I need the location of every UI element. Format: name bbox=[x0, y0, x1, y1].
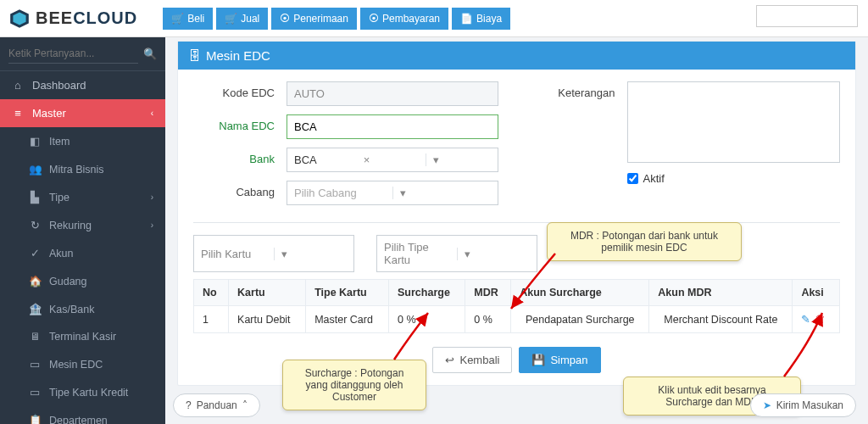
label-keterangan: Keterangan bbox=[534, 81, 627, 99]
search-icon: 🔍 bbox=[143, 47, 157, 60]
simpan-button[interactable]: 💾Simpan bbox=[519, 347, 600, 373]
main-content: 🗄 Mesin EDC Kode EDC Nama EDC bbox=[165, 37, 868, 424]
refresh-icon: ↻ bbox=[29, 219, 41, 232]
th-surcharge: Surcharge bbox=[389, 280, 465, 306]
sidebar-search: 🔍 bbox=[0, 37, 165, 71]
logo: BEECLOUD bbox=[8, 8, 137, 30]
chevron-down-icon[interactable]: ▾ bbox=[274, 248, 354, 260]
cart-icon: 🛒 bbox=[225, 13, 237, 25]
th-kartu: Kartu bbox=[229, 280, 306, 306]
select-pilih-tipe-kartu[interactable]: Pilih Tipe Kartu▾ bbox=[376, 235, 537, 272]
panel-mesin-edc: 🗄 Mesin EDC Kode EDC Nama EDC bbox=[177, 41, 856, 386]
sitemap-icon: ▙ bbox=[29, 191, 41, 204]
table-row: 1 Kartu Debit Master Card 0 % 0 % Pendap… bbox=[194, 306, 840, 333]
clear-icon[interactable]: × bbox=[359, 153, 426, 166]
label-bank: Bank bbox=[193, 148, 287, 165]
kembali-button[interactable]: ↩Kembali bbox=[432, 347, 512, 373]
sidebar-item-tipekk[interactable]: ▭Tipe Kartu Kredit bbox=[0, 378, 165, 406]
select-bank[interactable]: BCA×▾ bbox=[287, 148, 498, 172]
bank-icon: 🏦 bbox=[29, 303, 41, 315]
input-nama-edc[interactable] bbox=[287, 114, 498, 139]
select-pilih-kartu[interactable]: Pilih Kartu▾ bbox=[193, 235, 354, 272]
monitor-icon: 🖥 bbox=[29, 331, 41, 343]
nav-biaya[interactable]: 📄Biaya bbox=[452, 8, 510, 30]
calculator-icon: 🗄 bbox=[188, 48, 201, 63]
sidebar-item-item[interactable]: ◧Item bbox=[0, 127, 165, 155]
th-mdr: MDR bbox=[465, 280, 511, 306]
cart-icon: 🛒 bbox=[171, 13, 184, 25]
global-search-input[interactable] bbox=[756, 5, 858, 27]
nav-beli[interactable]: 🛒Beli bbox=[163, 8, 213, 30]
chevron-down-icon[interactable]: ▾ bbox=[392, 187, 498, 199]
th-tipe: Tipe Kartu bbox=[306, 280, 389, 306]
delete-icon[interactable]: 🗑 bbox=[815, 313, 826, 326]
filter-row: Pilih Kartu▾ Pilih Tipe Kartu▾ bbox=[193, 235, 840, 272]
sidebar-item-tipe[interactable]: ▙Tipe› bbox=[0, 183, 165, 211]
panel-title: Mesin EDC bbox=[206, 48, 270, 63]
back-icon: ↩ bbox=[445, 354, 454, 366]
th-no: No bbox=[194, 280, 229, 306]
topbar: BEECLOUD 🛒Beli 🛒Jual ⦿Penerimaan ⦿Pembay… bbox=[0, 0, 868, 37]
logo-text-a: BEE bbox=[36, 8, 73, 28]
nav-penerimaan[interactable]: ⦿Penerimaan bbox=[271, 8, 357, 30]
th-aksi: Aksi bbox=[793, 280, 840, 306]
sidebar-item-mitra[interactable]: 👥Mitra Bisnis bbox=[0, 155, 165, 183]
card-icon: ▭ bbox=[29, 358, 41, 371]
cube-icon: ◧ bbox=[29, 135, 41, 148]
th-akun-s: Akun Surcharge bbox=[511, 280, 649, 306]
sidebar-item-mesinedc[interactable]: ▭Mesin EDC bbox=[0, 350, 165, 378]
checkbox-aktif[interactable] bbox=[627, 173, 638, 184]
sidebar-item-terminal[interactable]: 🖥Terminal Kasir bbox=[0, 323, 165, 350]
table-kartu: No Kartu Tipe Kartu Surcharge MDR Akun S… bbox=[193, 279, 840, 333]
th-akun-m: Akun MDR bbox=[649, 280, 793, 306]
nav-pembayaran[interactable]: ⦿Pembayaran bbox=[360, 8, 448, 30]
textarea-keterangan[interactable] bbox=[627, 81, 841, 163]
sidebar-item-master[interactable]: ≡Master‹ bbox=[0, 99, 165, 127]
save-icon: 💾 bbox=[531, 354, 545, 366]
help-icon: ? bbox=[186, 399, 192, 411]
input-kode-edc[interactable] bbox=[287, 81, 498, 106]
users-icon: 👥 bbox=[29, 163, 41, 176]
chevron-up-icon: ˄ bbox=[242, 399, 248, 411]
sidebar-item-rekuring[interactable]: ↻Rekuring› bbox=[0, 211, 165, 239]
warehouse-icon: 🏠 bbox=[29, 275, 41, 287]
chevron-right-icon: › bbox=[151, 192, 153, 202]
chevron-right-icon: › bbox=[151, 220, 153, 230]
database-icon: ≡ bbox=[12, 107, 24, 120]
cash-out-icon: ⦿ bbox=[369, 13, 379, 25]
sidebar-search-input[interactable] bbox=[8, 44, 138, 64]
send-icon: ➤ bbox=[763, 399, 771, 411]
edit-icon[interactable]: ✎ bbox=[801, 313, 810, 326]
sidebar-item-kasbank[interactable]: 🏦Kas/Bank bbox=[0, 295, 165, 323]
logo-icon bbox=[8, 8, 31, 30]
logo-text-b: CLOUD bbox=[73, 8, 137, 28]
cash-in-icon: ⦿ bbox=[280, 13, 290, 25]
label-kode: Kode EDC bbox=[193, 81, 287, 99]
chevron-left-icon: ‹ bbox=[151, 109, 153, 118]
check-icon: ✓ bbox=[29, 247, 41, 259]
kirim-masukan-button[interactable]: ➤Kirim Masukan bbox=[750, 393, 856, 417]
chevron-down-icon[interactable]: ▾ bbox=[457, 248, 537, 260]
panduan-button[interactable]: ?Panduan˄ bbox=[173, 393, 260, 417]
label-nama: Nama EDC bbox=[193, 114, 287, 132]
panel-header: 🗄 Mesin EDC bbox=[178, 42, 855, 70]
sidebar-item-akun[interactable]: ✓Akun bbox=[0, 239, 165, 267]
sidebar-item-gudang[interactable]: 🏠Gudang bbox=[0, 267, 165, 295]
home-icon: ⌂ bbox=[12, 79, 24, 92]
nav-jual[interactable]: 🛒Jual bbox=[216, 8, 268, 30]
sidebar-item-departemen[interactable]: 📋Departemen bbox=[0, 406, 165, 424]
callout-surcharge: Surcharge : Potongan yang ditanggung ole… bbox=[282, 360, 426, 410]
sidebar: 🔍 ⌂Dashboard ≡Master‹ ◧Item 👥Mitra Bisni… bbox=[0, 37, 165, 424]
label-aktif: Aktif bbox=[643, 172, 665, 185]
select-cabang[interactable]: Pilih Cabang▾ bbox=[287, 181, 498, 205]
chevron-down-icon[interactable]: ▾ bbox=[426, 153, 498, 166]
clipboard-icon: 📋 bbox=[29, 414, 41, 424]
label-cabang: Cabang bbox=[193, 181, 287, 198]
credit-card-icon: ▭ bbox=[29, 386, 41, 399]
callout-mdr: MDR : Potongan dari bank untuk pemilik m… bbox=[547, 222, 742, 261]
divider bbox=[193, 222, 840, 223]
doc-icon: 📄 bbox=[460, 13, 473, 25]
sidebar-item-dashboard[interactable]: ⌂Dashboard bbox=[0, 71, 165, 99]
topnav: 🛒Beli 🛒Jual ⦿Penerimaan ⦿Pembayaran 📄Bia… bbox=[163, 8, 510, 30]
